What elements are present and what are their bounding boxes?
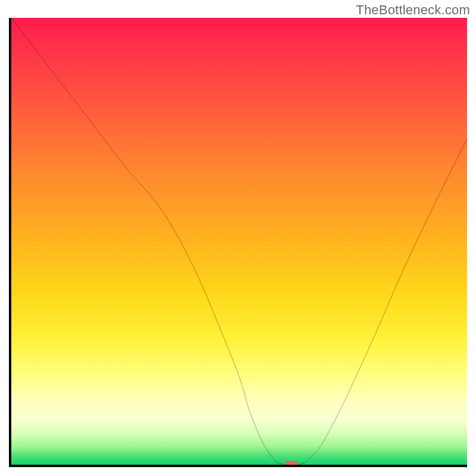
curve-path (11, 18, 467, 465)
plot-area (11, 18, 467, 465)
bottleneck-curve (11, 18, 467, 465)
watermark-text: TheBottleneck.com (356, 2, 470, 18)
chart-container: TheBottleneck.com (0, 0, 476, 476)
optimal-marker (284, 461, 299, 465)
chart-axes (9, 18, 467, 467)
